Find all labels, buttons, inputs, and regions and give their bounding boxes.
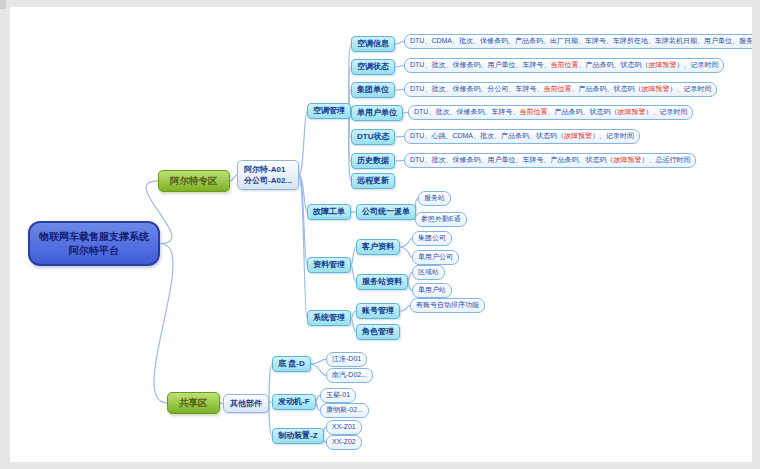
- node-root[interactable]: 物联网车载售服支撑系统阿尔特平台: [28, 221, 160, 266]
- node-leaf1[interactable]: DTU、CDMA、批次、保修条码、产品条码、出厂日期、车牌号、车牌所在地、车牌装…: [404, 34, 752, 49]
- node-leaf4[interactable]: DTU、批次、保修条码、车牌号、当前位置、产品条码、状态码（故障预警）、记录时间: [408, 105, 693, 120]
- node-leaf6[interactable]: DTU、批次、保修条码、用户单位、车牌号、产品条码、状态码（故障预警）、总运行时…: [404, 153, 696, 168]
- node-label: 有账号自动排序功能: [416, 301, 479, 308]
- node-ac-history[interactable]: 历史数据: [351, 153, 395, 169]
- node-br-fault[interactable]: 故障工单: [307, 204, 351, 220]
- node-label-segment: DTU、批次、保修条码、用户单位、车牌号、产品条码、状态码（: [410, 156, 613, 163]
- node-acct-sort[interactable]: 有账号自动排序功能: [410, 298, 485, 313]
- node-single-co[interactable]: 单用户公司: [412, 250, 459, 265]
- node-br-data[interactable]: 资料管理: [307, 257, 351, 273]
- node-label-highlight: 故障预警: [641, 85, 669, 92]
- node-label-segment: DTU、批次、保修条码、分公司、车牌号、: [410, 85, 543, 92]
- node-nq-d02[interactable]: 南汽-D02...: [326, 368, 373, 383]
- node-label: 服务站资料: [362, 277, 402, 286]
- node-label: 故障工单: [313, 207, 345, 216]
- node-label: 底 盘-D: [278, 359, 305, 368]
- node-label-highlight: 当前位置: [519, 108, 547, 115]
- node-label-highlight: 故障预警: [613, 156, 641, 163]
- node-label-highlight: 当前位置: [543, 85, 571, 92]
- node-zone-share[interactable]: 共享区: [167, 392, 220, 414]
- node-acct-mgmt[interactable]: 账号管理: [356, 303, 400, 319]
- node-jh-d01[interactable]: 江淮-D01: [326, 352, 367, 367]
- node-label: 其他部件: [230, 399, 262, 408]
- node-ac-status[interactable]: 空调状态: [351, 59, 395, 75]
- edge-ac-group-leaf3: [395, 89, 404, 90]
- window-corner-notch: [0, 0, 6, 9]
- node-chassis[interactable]: 底 盘-D: [272, 356, 311, 372]
- node-leaf5[interactable]: DTU、心跳、CDMA、批次、产品条码、状态码（故障预警）、记录时间: [404, 129, 640, 144]
- node-label: 资料管理: [313, 260, 345, 269]
- node-label-segment: ）、总运行时间: [641, 156, 690, 163]
- node-label: 南汽-D02...: [332, 371, 367, 378]
- node-hub-a01[interactable]: 阿尔特-A01分公司-A02...: [237, 160, 299, 190]
- node-svc-station[interactable]: 服务站: [418, 191, 451, 206]
- node-label: 空调状态: [357, 62, 389, 71]
- node-label: 玉柴-01: [326, 391, 350, 398]
- edge-ac-history-leaf6: [395, 160, 404, 161]
- node-yc-01[interactable]: 玉柴-01: [320, 388, 356, 403]
- node-group-co[interactable]: 集团公司: [412, 231, 452, 246]
- node-brake[interactable]: 制动装置-Z: [272, 428, 324, 444]
- node-label-line: 阿尔特-A01: [244, 164, 292, 175]
- node-label-segment: DTU、批次、保修条码、用户单位、车牌号、: [410, 61, 550, 68]
- node-label: 区域站: [418, 268, 439, 275]
- node-label-segment: 、产品条码、状态码（: [578, 61, 648, 68]
- node-ac-dtu[interactable]: DTU状态: [351, 129, 395, 145]
- node-br-ac[interactable]: 空调管理: [307, 103, 351, 119]
- node-br-sys[interactable]: 系统管理: [307, 310, 351, 326]
- node-region-st[interactable]: 区域站: [412, 265, 445, 280]
- node-xx-z02[interactable]: XX-Z02: [326, 435, 362, 450]
- node-label: 参照外勤E通: [421, 215, 461, 222]
- node-label-segment: ）、记录时间: [669, 85, 711, 92]
- node-label-segment: 、产品条码、状态码（: [571, 85, 641, 92]
- node-ac-info[interactable]: 空调信息: [351, 36, 395, 52]
- node-label: 历史数据: [357, 156, 389, 165]
- node-leaf3[interactable]: DTU、批次、保修条码、分公司、车牌号、当前位置、产品条码、状态码（故障预警）、…: [404, 82, 717, 97]
- node-zone-aerte[interactable]: 阿尔特专区: [158, 170, 230, 192]
- node-ac-remote[interactable]: 远程更新: [351, 173, 395, 189]
- node-label: 远程更新: [357, 176, 389, 185]
- node-leaf2[interactable]: DTU、批次、保修条码、用户单位、车牌号、当前位置、产品条码、状态码（故障预警）…: [404, 58, 724, 73]
- node-dispatch[interactable]: 公司统一派单: [356, 204, 416, 220]
- node-label-segment: DTU、批次、保修条码、车牌号、: [414, 108, 519, 115]
- edge-cust-data-group-co: [400, 238, 412, 247]
- node-svc-data[interactable]: 服务站资料: [356, 274, 408, 290]
- node-xx-z01[interactable]: XX-Z01: [326, 420, 362, 435]
- edge-ac-dtu-leaf5: [395, 136, 404, 137]
- node-label: 共享区: [179, 397, 208, 408]
- edge-chassis-nq-d02: [311, 364, 326, 375]
- mindmap-canvas[interactable]: 物联网车载售服支撑系统阿尔特平台阿尔特专区共享区阿尔特-A01分公司-A02..…: [10, 7, 752, 462]
- node-kms-02[interactable]: 康明斯-02...: [320, 403, 369, 418]
- node-label: XX-Z02: [332, 438, 356, 445]
- node-label-highlight: 当前位置: [550, 61, 578, 68]
- node-ac-group[interactable]: 集团单位: [351, 82, 395, 98]
- node-label: 角色管理: [362, 327, 394, 336]
- node-label-segment: ）、记录时间: [676, 61, 718, 68]
- node-label: 集团公司: [418, 234, 446, 241]
- node-ac-single[interactable]: 单用户单位: [351, 105, 403, 121]
- node-label-segment: ）、记录时间: [592, 132, 634, 139]
- node-hub-other[interactable]: 其他部件: [223, 394, 269, 413]
- node-single-st[interactable]: 单用户站: [412, 283, 452, 298]
- node-label-segment: 、产品条码、状态码（: [547, 108, 617, 115]
- node-label: 账号管理: [362, 306, 394, 315]
- edge-ac-info-leaf1: [395, 41, 404, 44]
- edge-cust-data-single-co: [400, 247, 412, 257]
- node-label: 单用户单位: [357, 108, 397, 117]
- node-label: 单用户公司: [418, 253, 453, 260]
- edge-ac-status-leaf2: [395, 65, 404, 67]
- edge-root-zone-share: [154, 244, 173, 403]
- node-label: 集团单位: [357, 85, 389, 94]
- node-label: 江淮-D01: [332, 355, 361, 362]
- node-role-mgmt[interactable]: 角色管理: [356, 324, 400, 340]
- edge-hub-a01-br-ac: [299, 111, 307, 175]
- node-label: XX-Z01: [332, 423, 356, 430]
- node-label-highlight: 故障预警: [617, 108, 645, 115]
- node-label-segment: ）、记录时间: [645, 108, 687, 115]
- node-engine[interactable]: 发动机-F: [272, 394, 316, 410]
- node-label: 客户资料: [362, 242, 394, 251]
- node-cust-data[interactable]: 客户资料: [356, 239, 400, 255]
- node-ref-etong[interactable]: 参照外勤E通: [415, 212, 467, 227]
- node-label-segment: DTU、心跳、CDMA、批次、产品条码、状态码（: [410, 132, 564, 139]
- edge-br-ac-ac-remote: [349, 111, 351, 181]
